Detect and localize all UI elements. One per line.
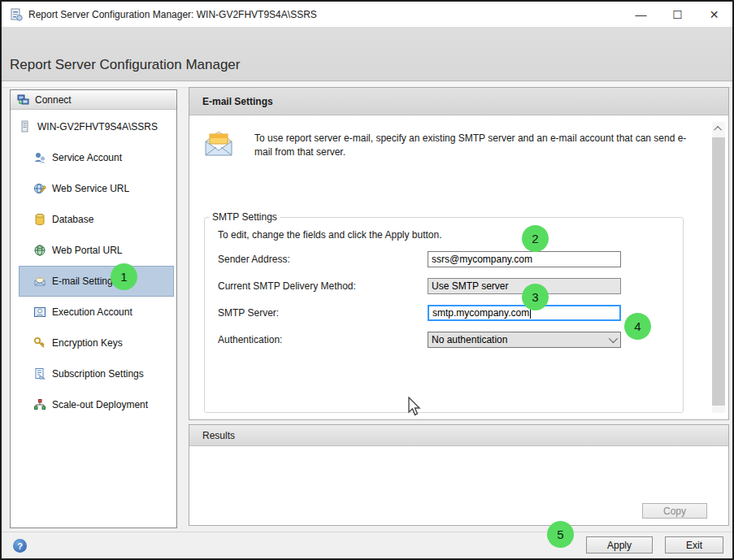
help-button[interactable]: ? xyxy=(13,539,27,553)
web-service-url-icon xyxy=(33,182,46,195)
sidebar: Connect WIN-GV2FHVT9S4A\SSRS xyxy=(10,89,177,528)
web-portal-url-icon xyxy=(33,244,46,257)
sidebar-item-scale-out-deployment[interactable]: Scale-out Deployment xyxy=(11,389,176,420)
panel-body: To use report server e-mail, specify an … xyxy=(189,115,728,419)
sender-address-input[interactable]: ssrs@mycompany.com xyxy=(428,251,621,267)
sidebar-item-label: E-mail Settings xyxy=(52,276,118,287)
service-account-icon xyxy=(33,151,46,164)
panel-description: To use report server e-mail, specify an … xyxy=(254,132,697,160)
sender-address-value: ssrs@mycompany.com xyxy=(432,254,532,265)
sidebar-item-label: Scale-out Deployment xyxy=(52,399,148,410)
results-title: Results xyxy=(189,425,728,446)
maximize-button[interactable]: ☐ xyxy=(659,2,696,27)
step-badge-5: 5 xyxy=(547,521,574,548)
sidebar-item-web-service-url[interactable]: Web Service URL xyxy=(11,173,176,204)
minimize-button[interactable]: — xyxy=(623,2,659,27)
sidebar-item-label: Database xyxy=(52,214,93,225)
execution-account-icon xyxy=(33,306,46,319)
smtp-server-value: smtp.mycompany.com xyxy=(432,307,529,319)
authentication-row: Authentication: No authentication xyxy=(218,332,683,348)
sidebar-item-subscription-settings[interactable]: Subscription Settings xyxy=(11,358,176,389)
subscription-settings-icon xyxy=(33,367,46,380)
scrollbar-up-button[interactable] xyxy=(712,122,725,136)
smtp-instruction: To edit, change the fields and click the… xyxy=(218,229,683,241)
delivery-method-row: Current SMTP Delivery Method: Use SMTP s… xyxy=(218,278,683,294)
scale-out-deployment-icon xyxy=(33,398,46,411)
connect-icon xyxy=(17,93,30,106)
envelope-icon xyxy=(202,130,235,158)
step-badge-1: 1 xyxy=(111,263,137,290)
authentication-value: No authentication xyxy=(432,334,507,345)
server-tree: WIN-GV2FHVT9S4A\SSRS Service Account xyxy=(11,110,176,420)
app-icon xyxy=(10,8,23,21)
sidebar-item-database[interactable]: Database xyxy=(11,204,176,235)
sender-address-row: Sender Address: ssrs@mycompany.com xyxy=(218,251,683,267)
connect-button[interactable]: Connect xyxy=(11,90,176,110)
close-button[interactable]: ✕ xyxy=(696,2,732,27)
database-icon xyxy=(33,213,46,226)
encryption-keys-icon xyxy=(33,336,46,349)
chevron-down-icon xyxy=(609,334,618,343)
apply-button[interactable]: Apply xyxy=(586,536,653,553)
header-band: Report Server Configuration Manager xyxy=(2,27,732,81)
sidebar-item-execution-account[interactable]: Execution Account xyxy=(11,297,176,328)
exit-button[interactable]: Exit xyxy=(665,536,723,553)
smtp-server-input[interactable]: smtp.mycompany.com xyxy=(428,305,621,321)
authentication-dropdown[interactable]: No authentication xyxy=(428,332,621,348)
chevron-up-icon xyxy=(714,126,722,134)
window-title: Report Server Configuration Manager: WIN… xyxy=(28,9,317,20)
window-controls: — ☐ ✕ xyxy=(623,2,732,27)
sidebar-item-email-settings[interactable]: E-mail Settings xyxy=(19,266,174,297)
step-badge-4: 4 xyxy=(624,313,651,340)
smtp-server-row: SMTP Server: smtp.mycompany.com xyxy=(218,305,683,321)
vertical-scrollbar[interactable] xyxy=(712,122,725,413)
authentication-label: Authentication: xyxy=(218,334,428,345)
sidebar-item-encryption-keys[interactable]: Encryption Keys xyxy=(11,328,176,358)
panel-title: E-mail Settings xyxy=(189,88,728,115)
tree-node-server[interactable]: WIN-GV2FHVT9S4A\SSRS xyxy=(11,111,176,142)
scrollbar-thumb[interactable] xyxy=(712,137,725,406)
delivery-method-label: Current SMTP Delivery Method: xyxy=(218,280,428,292)
mouse-cursor-icon xyxy=(406,397,423,418)
server-icon xyxy=(19,120,32,133)
smtp-settings-legend: SMTP Settings xyxy=(210,211,280,223)
footer-separator xyxy=(2,532,732,532)
page-title: Report Server Configuration Manager xyxy=(10,57,240,73)
delivery-method-value: Use SMTP server xyxy=(432,280,508,292)
results-panel: Results Copy xyxy=(189,424,729,526)
sidebar-item-label: Web Portal URL xyxy=(52,245,122,256)
copy-button[interactable]: Copy xyxy=(642,503,707,519)
step-badge-2: 2 xyxy=(522,225,549,252)
email-settings-icon xyxy=(33,275,46,288)
sender-address-label: Sender Address: xyxy=(218,254,428,265)
step-badge-3: 3 xyxy=(522,284,549,310)
app-window: Report Server Configuration Manager: WIN… xyxy=(0,0,734,560)
sidebar-item-label: Service Account xyxy=(52,152,122,163)
tree-node-server-label: WIN-GV2FHVT9S4A\SSRS xyxy=(37,121,158,132)
smtp-settings-group: SMTP Settings To edit, change the fields… xyxy=(204,211,684,413)
smtp-server-label: SMTP Server: xyxy=(218,307,428,319)
email-settings-panel: E-mail Settings To use report server e-m… xyxy=(189,87,729,420)
sidebar-item-label: Subscription Settings xyxy=(52,368,144,380)
connect-label: Connect xyxy=(35,94,72,106)
sidebar-item-web-portal-url[interactable]: Web Portal URL xyxy=(11,235,176,266)
sidebar-item-label: Execution Account xyxy=(52,306,132,318)
sidebar-item-label: Web Service URL xyxy=(52,183,129,194)
sidebar-item-service-account[interactable]: Service Account xyxy=(11,142,176,173)
sidebar-item-label: Encryption Keys xyxy=(52,337,123,349)
